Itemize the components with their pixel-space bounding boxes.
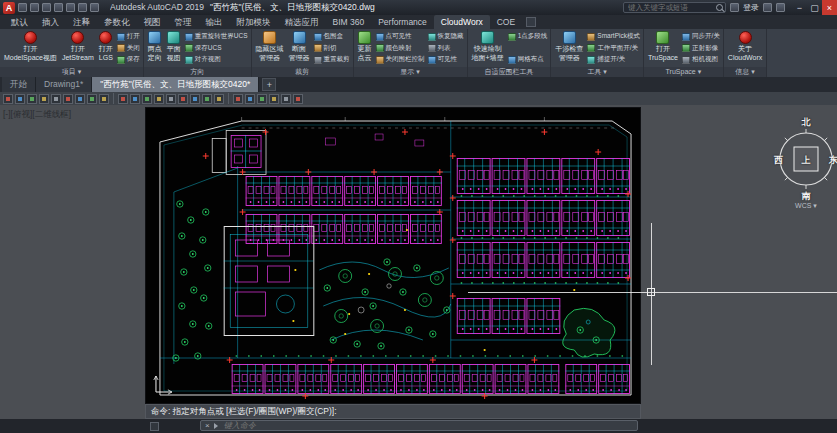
ribbon-tab[interactable]: BIM 360 [326,15,372,29]
minimize-button[interactable]: − [792,0,807,15]
ribbon-tab[interactable]: 插入 [35,15,66,29]
section-manager-button[interactable]: 断面管理器 [287,30,312,66]
toolbar-icon[interactable] [190,94,200,104]
toolbar-icon[interactable] [15,94,25,104]
ribbon-tab[interactable]: Performance [371,15,434,29]
project-close-button[interactable]: 关闭 [117,43,140,54]
ribbon-tab[interactable]: 注释 [66,15,97,29]
workspace-dropdown-icon[interactable] [90,3,99,12]
about-button[interactable]: 关于CloudWorx [726,30,765,66]
toolbar-icon[interactable] [233,94,243,104]
point-visibility-button[interactable]: 点可见性 [376,31,425,42]
viewcube-top-face[interactable]: 上 [774,154,837,167]
viewcube-wcs-menu[interactable]: WCS ▾ [774,202,837,210]
viewcube[interactable]: 北 西 东 上 南 WCS ▾ [774,117,837,210]
camera-view-button[interactable]: 相机视图 [682,54,720,65]
signin-label[interactable]: 登录 [743,2,759,13]
ribbon-tab[interactable]: 输出 [199,15,230,29]
open-file-icon[interactable] [30,3,39,12]
viewcube-south-label[interactable]: 南 [774,191,837,201]
print-icon[interactable] [54,3,63,12]
bounding-box-button[interactable]: 包围盒 [314,31,350,42]
command-line-handle-icon[interactable] [150,422,159,431]
panel-label-project[interactable]: 项目 ▾ [0,67,143,77]
redo-icon[interactable] [78,3,87,12]
toolbar-icon[interactable] [63,94,73,104]
toolbar-icon[interactable] [99,94,109,104]
quick-draw-button[interactable]: 快速绘制地面+墙壁 [470,30,506,66]
slice-button[interactable]: 剖切 [314,43,350,54]
command-input-bar[interactable]: × [200,420,638,431]
toolbar-icon[interactable] [281,94,291,104]
file-tab[interactable]: 开始 [2,77,36,92]
update-point-cloud-button[interactable]: 更新点云 [356,30,374,66]
app-store-icon[interactable] [763,3,772,12]
two-point-button[interactable]: 两点定向 [146,30,164,66]
user-icon[interactable] [730,3,739,12]
smartpick-mode-button[interactable]: SmartPick模式 [587,31,640,42]
open-lgs-button[interactable]: 打开LGS [97,30,115,66]
toolbar-icon[interactable] [118,94,128,104]
ribbon-tab[interactable]: 参数化 [97,15,137,29]
list-button[interactable]: 列表 [428,43,464,54]
open-jetstream-button[interactable]: 打开JetStream [60,30,96,66]
toolbar-icon[interactable] [51,94,61,104]
ribbon-tab[interactable]: 附加模块 [230,15,278,29]
reset-rotate-wcs-button[interactable]: 重置旋转世界UCS [185,31,248,42]
toolbar-icon[interactable] [257,94,267,104]
ribbon-tab[interactable]: COE [490,15,522,29]
command-input[interactable] [222,420,633,431]
command-close-icon[interactable]: × [205,421,210,430]
close-fence-control-button[interactable]: 关闭围栏控制 [376,54,425,65]
save-ucs-button[interactable]: 保存UCS [185,43,248,54]
toolbar-icon[interactable] [178,94,188,104]
autodesk-360-icon[interactable] [776,3,785,12]
viewcube-north-label[interactable]: 北 [774,117,837,127]
panel-label-clip[interactable]: 裁剪 [252,67,353,77]
panel-label-truspace[interactable]: TruSpace ▾ [644,67,723,77]
toolbar-icon[interactable] [202,94,212,104]
workplane-toggle-button[interactable]: 工作平面开/关 [587,43,640,54]
panel-label-orientation[interactable]: 方向 [144,67,251,77]
grid-points-button[interactable]: 网格布点 [508,54,548,65]
open-modelspace-view-button[interactable]: 打开ModelSpace视图 [2,30,59,66]
viewport-controls-label[interactable]: [-][俯视][二维线框] [3,109,71,121]
undo-icon[interactable] [66,3,75,12]
toolbar-icon[interactable] [214,94,224,104]
open-truspace-button[interactable]: 打开TruSpace [646,30,680,66]
close-button[interactable]: × [822,0,837,15]
panel-label-info[interactable]: 信息 ▾ [724,67,767,77]
model-space-viewport[interactable]: [-][俯视][二维线框] [0,105,837,419]
new-drawing-tab-button[interactable]: + [262,78,276,91]
sync-toggle-button[interactable]: 同步开/关 [682,31,720,42]
color-map-button[interactable]: 颜色映射 [376,43,425,54]
ribbon-tab[interactable]: 精选应用 [278,15,326,29]
ribbon-tab[interactable]: 管理 [168,15,199,29]
restore-hidden-button[interactable]: 恢复隐藏 [428,31,464,42]
ortho-image-button[interactable]: 正射影像 [682,43,720,54]
clash-manager-button[interactable]: 干涉检查管理器 [553,30,585,66]
toolbar-icon[interactable] [245,94,255,104]
ribbon-tab[interactable]: CloudWorx [434,15,490,29]
toolbar-icon[interactable] [142,94,152,104]
panel-label-display[interactable]: 显示 ▾ [354,67,467,77]
panel-label-adaptive-fence[interactable]: 自适应围栏工具 [468,67,551,77]
panel-label-tools[interactable]: 工具 ▾ [551,67,643,77]
toolbar-icon[interactable] [269,94,279,104]
file-tab[interactable]: Drawing1* [36,77,92,92]
project-open-button[interactable]: 打开 [117,31,140,42]
project-save-button[interactable]: 保存 [117,54,140,65]
toolbar-icon[interactable] [3,94,13,104]
toolbar-icon[interactable] [293,94,303,104]
ribbon-tab[interactable]: 视图 [137,15,168,29]
autocad-logo-icon[interactable]: A [3,2,15,14]
reset-clip-button[interactable]: 重置裁剪 [314,54,350,65]
align-view-button[interactable]: 对齐视图 [185,54,248,65]
plan-view-button[interactable]: 平面视图 [165,30,183,66]
drawing-canvas[interactable] [145,107,641,404]
new-file-icon[interactable] [18,3,27,12]
ribbon-options-dropdown-icon[interactable] [526,17,536,27]
toolbar-icon[interactable] [130,94,140,104]
save-icon[interactable] [42,3,51,12]
visibility-button[interactable]: 可见性 [428,54,464,65]
